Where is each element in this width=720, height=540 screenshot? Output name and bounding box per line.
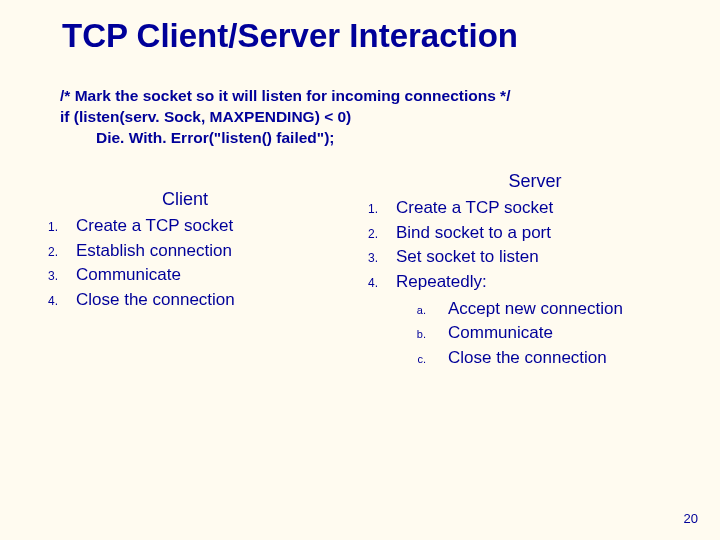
columns: Client 1. Create a TCP socket 2. Establi… [0, 189, 720, 370]
list-item: 1. Create a TCP socket [330, 196, 720, 221]
code-line-1: /* Mark the socket so it will listen for… [60, 86, 720, 107]
sublist-item: b. Communicate [330, 321, 720, 346]
sublist-item: a. Accept new connection [330, 297, 720, 322]
list-number: 2. [330, 226, 396, 243]
sublist-number: c. [330, 352, 448, 368]
list-text: Set socket to listen [396, 245, 720, 270]
code-line-2: if (listen(serv. Sock, MAXPENDING) < 0) [60, 107, 720, 128]
sublist-text: Accept new connection [448, 297, 720, 322]
list-number: 3. [10, 268, 76, 285]
list-text: Communicate [76, 263, 330, 288]
slide-title: TCP Client/Server Interaction [62, 18, 720, 54]
list-item: 4. Repeatedly: [330, 270, 720, 295]
list-text: Close the connection [76, 288, 330, 313]
list-number: 2. [10, 244, 76, 261]
list-item: 4. Close the connection [10, 288, 330, 313]
list-text: Create a TCP socket [76, 214, 330, 239]
list-number: 4. [10, 293, 76, 310]
server-sublist: a. Accept new connection b. Communicate … [330, 297, 720, 371]
list-item: 1. Create a TCP socket [10, 214, 330, 239]
client-list: 1. Create a TCP socket 2. Establish conn… [10, 214, 330, 313]
list-text: Repeatedly: [396, 270, 720, 295]
list-item: 3. Communicate [10, 263, 330, 288]
sublist-number: a. [330, 303, 448, 319]
list-number: 1. [330, 201, 396, 218]
list-number: 1. [10, 219, 76, 236]
list-number: 4. [330, 275, 396, 292]
list-item: 2. Bind socket to a port [330, 221, 720, 246]
server-list: 1. Create a TCP socket 2. Bind socket to… [330, 196, 720, 295]
sublist-text: Communicate [448, 321, 720, 346]
list-number: 3. [330, 250, 396, 267]
list-text: Establish connection [76, 239, 330, 264]
client-heading: Client [40, 189, 330, 210]
sublist-item: c. Close the connection [330, 346, 720, 371]
server-column: Server 1. Create a TCP socket 2. Bind so… [330, 171, 720, 370]
list-text: Bind socket to a port [396, 221, 720, 246]
client-column: Client 1. Create a TCP socket 2. Establi… [0, 189, 330, 370]
sublist-text: Close the connection [448, 346, 720, 371]
list-item: 2. Establish connection [10, 239, 330, 264]
server-heading: Server [350, 171, 720, 192]
page-number: 20 [684, 511, 698, 526]
list-text: Create a TCP socket [396, 196, 720, 221]
sublist-number: b. [330, 327, 448, 343]
code-line-3: Die. With. Error("listen() failed"); [96, 128, 720, 149]
list-item: 3. Set socket to listen [330, 245, 720, 270]
code-block: /* Mark the socket so it will listen for… [60, 86, 720, 149]
